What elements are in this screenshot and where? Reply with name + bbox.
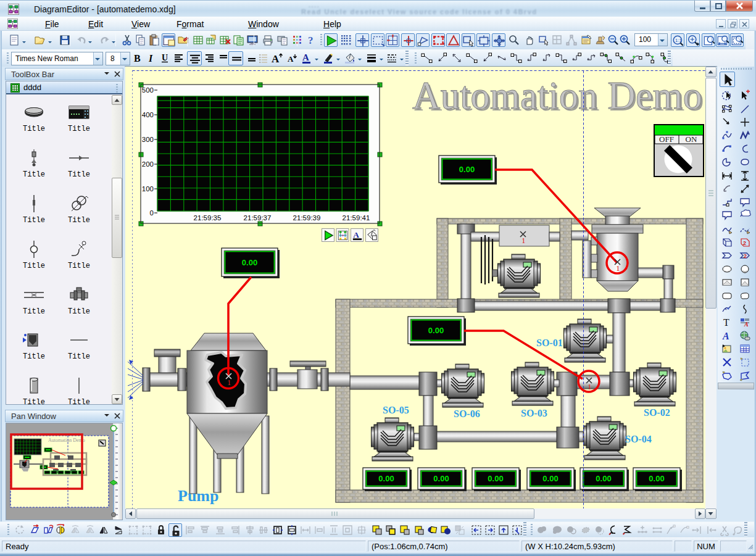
svg-text:U: U	[162, 53, 168, 62]
svg-text:A: A	[744, 321, 749, 328]
svg-text:2: 2	[744, 253, 747, 259]
svg-text:0: 0	[150, 209, 154, 217]
svg-text:?: ?	[308, 35, 314, 46]
svg-text:SO-05: SO-05	[383, 405, 409, 415]
svg-text:200: 200	[142, 160, 154, 168]
svg-text:A: A	[302, 52, 309, 62]
svg-text:0.00: 0.00	[433, 474, 449, 483]
svg-text:100: 100	[142, 185, 154, 193]
svg-text:1: 1	[616, 263, 620, 273]
svg-text:A: A	[288, 54, 294, 64]
svg-text:21:59:35: 21:59:35	[194, 214, 222, 222]
svg-text:500: 500	[142, 86, 154, 94]
svg-text:Automation Demo: Automation Demo	[48, 438, 85, 443]
svg-text:0.00: 0.00	[542, 474, 558, 483]
svg-text:0.00: 0.00	[488, 474, 503, 483]
svg-text:SO-02: SO-02	[644, 407, 670, 418]
svg-text:Pump: Pump	[178, 487, 218, 505]
svg-text:0.00: 0.00	[242, 258, 257, 267]
svg-text:21:59:37: 21:59:37	[244, 214, 272, 222]
svg-text:SO-06: SO-06	[454, 409, 480, 419]
svg-text:1: 1	[227, 378, 231, 387]
svg-text:A: A	[722, 331, 729, 341]
svg-text:B: B	[134, 53, 141, 64]
svg-text:400: 400	[142, 111, 154, 118]
svg-text:21:59:39: 21:59:39	[293, 214, 321, 222]
svg-text:SO-04: SO-04	[625, 434, 652, 444]
svg-text:A: A	[353, 230, 359, 239]
svg-text:0.00: 0.00	[649, 474, 664, 483]
svg-text:Automation Demo: Automation Demo	[412, 74, 702, 117]
svg-text:I: I	[148, 53, 153, 64]
svg-text:300: 300	[142, 136, 154, 143]
svg-text:1: 1	[588, 382, 592, 391]
svg-text:21:59:41: 21:59:41	[343, 214, 370, 222]
svg-text:ON: ON	[686, 135, 697, 144]
svg-text:A: A	[272, 53, 280, 64]
svg-text:SO-01: SO-01	[536, 338, 563, 348]
svg-text:0.00: 0.00	[378, 474, 394, 483]
svg-text:T: T	[723, 317, 729, 328]
svg-text:OFF: OFF	[659, 135, 674, 144]
svg-text:0.00: 0.00	[596, 474, 611, 483]
svg-text:SO-03: SO-03	[521, 408, 547, 418]
svg-text:1: 1	[521, 236, 526, 245]
svg-text:0.00: 0.00	[428, 326, 444, 335]
svg-text:2: 2	[743, 240, 746, 246]
svg-text:0.00: 0.00	[459, 165, 475, 174]
